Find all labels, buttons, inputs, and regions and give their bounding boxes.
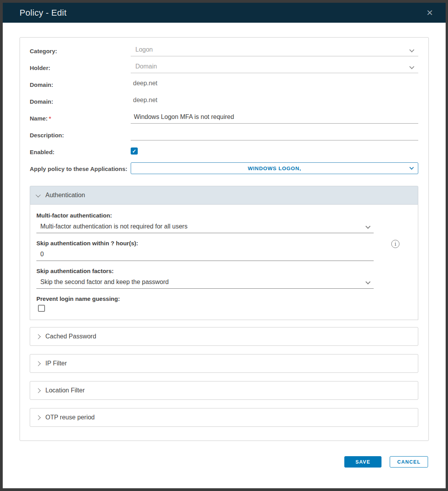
ip-filter-title: IP Filter <box>45 360 67 367</box>
applications-select[interactable]: WINDOWS LOGON, <box>131 162 418 174</box>
chevron-down-icon <box>365 224 371 229</box>
form-row-category: Category: Logon <box>30 45 418 56</box>
authentication-section: Authentication Multi-factor authenticati… <box>30 186 418 320</box>
domain-value-2: deep.net <box>131 95 418 107</box>
chevron-right-icon <box>36 388 41 393</box>
enabled-checkbox[interactable]: ✓ <box>131 147 138 155</box>
skip-factors-field: Skip authentication factors: Skip the se… <box>36 266 374 289</box>
required-asterisk: * <box>49 115 51 122</box>
policy-form-card: Category: Logon Holder: Domain Domain: d… <box>20 37 429 441</box>
form-row-applications: Apply policy to these Applications: WIND… <box>30 162 418 174</box>
applications-label: Apply policy to these Applications: <box>30 162 131 174</box>
close-icon[interactable]: ✕ <box>425 7 435 18</box>
name-label: Name:* <box>30 112 131 124</box>
chevron-down-icon <box>365 279 371 284</box>
domain-label-1: Domain: <box>30 78 131 90</box>
dialog-header: Policy - Edit ✕ <box>3 3 446 23</box>
chevron-right-icon <box>36 334 41 339</box>
skip-hours-field: Skip authentication within ? hour(s): i <box>36 239 374 261</box>
ip-filter-section: IP Filter <box>30 354 418 373</box>
authentication-accordion-header[interactable]: Authentication <box>30 186 418 205</box>
mfa-value: Multi-factor authentication is not requi… <box>40 223 187 230</box>
save-button[interactable]: SAVE <box>344 456 381 468</box>
form-row-holder: Holder: Domain <box>30 61 418 73</box>
location-filter-accordion-header[interactable]: Location Filter <box>30 381 418 400</box>
category-select[interactable]: Logon <box>131 45 418 56</box>
form-row-description: Description: <box>30 129 418 140</box>
chevron-down-icon <box>409 165 414 169</box>
chevron-down-icon <box>409 47 414 52</box>
chevron-down-icon <box>409 64 414 69</box>
prevent-guessing-field: Prevent login name guessing: <box>36 294 374 312</box>
authentication-title: Authentication <box>45 192 85 199</box>
domain-label-2: Domain: <box>30 95 131 107</box>
chevron-right-icon <box>36 361 41 366</box>
enabled-label: Enabled: <box>30 146 131 157</box>
skip-factors-select[interactable]: Skip the second factor and keep the pass… <box>36 277 374 289</box>
form-row-name: Name:* <box>30 112 418 124</box>
skip-hours-label: Skip authentication within ? hour(s): <box>36 239 374 248</box>
category-label: Category: <box>30 45 131 56</box>
cached-password-title: Cached Password <box>45 333 96 340</box>
otp-reuse-period-section: OTP reuse period <box>30 408 418 427</box>
holder-label: Holder: <box>30 61 131 73</box>
ip-filter-accordion-header[interactable]: IP Filter <box>30 354 418 373</box>
checkmark-icon: ✓ <box>132 149 137 154</box>
info-icon[interactable]: i <box>391 240 399 248</box>
category-value: Logon <box>135 46 153 53</box>
name-input[interactable] <box>131 112 418 124</box>
description-input[interactable] <box>131 129 418 140</box>
location-filter-section: Location Filter <box>30 381 418 400</box>
mfa-select[interactable]: Multi-factor authentication is not requi… <box>36 221 374 233</box>
skip-factors-label: Skip authentication factors: <box>36 266 374 276</box>
location-filter-title: Location Filter <box>45 387 85 394</box>
form-row-domain-1: Domain: deep.net <box>30 78 418 90</box>
applications-value: WINDOWS LOGON, <box>248 165 301 171</box>
prevent-guessing-checkbox[interactable] <box>38 305 45 312</box>
dialog-title: Policy - Edit <box>20 8 425 18</box>
form-row-enabled: Enabled: ✓ <box>30 146 418 157</box>
skip-hours-input[interactable] <box>36 249 374 261</box>
chevron-right-icon <box>36 415 41 420</box>
mfa-field: Multi-factor authentication: Multi-facto… <box>36 211 374 233</box>
mfa-label: Multi-factor authentication: <box>36 211 374 220</box>
description-label: Description: <box>30 129 131 140</box>
prevent-guessing-label: Prevent login name guessing: <box>36 294 374 304</box>
chevron-down-icon <box>36 192 41 197</box>
cancel-button[interactable]: CANCEL <box>390 456 428 468</box>
otp-reuse-period-accordion-header[interactable]: OTP reuse period <box>30 408 418 427</box>
otp-reuse-period-title: OTP reuse period <box>45 414 95 421</box>
policy-edit-dialog: Policy - Edit ✕ Category: Logon Holder: … <box>3 3 446 488</box>
form-row-domain-2: Domain: deep.net <box>30 95 418 107</box>
dialog-footer: SAVE CANCEL <box>3 456 428 468</box>
skip-factors-value: Skip the second factor and keep the pass… <box>40 279 169 285</box>
cached-password-section: Cached Password <box>30 327 418 346</box>
authentication-panel: Multi-factor authentication: Multi-facto… <box>30 205 418 320</box>
holder-value: Domain <box>135 63 157 70</box>
cached-password-accordion-header[interactable]: Cached Password <box>30 327 418 346</box>
holder-select[interactable]: Domain <box>131 61 418 73</box>
domain-value-1: deep.net <box>131 78 418 90</box>
